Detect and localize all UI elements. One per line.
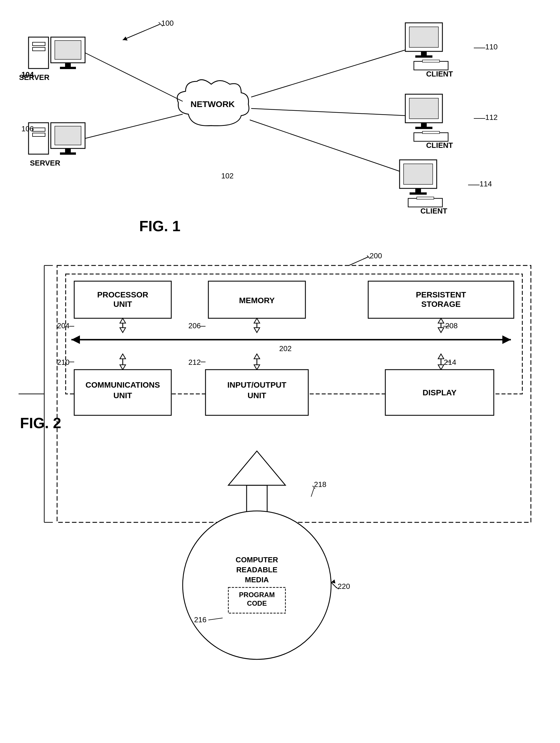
svg-rect-15 bbox=[33, 133, 45, 136]
svg-line-54 bbox=[251, 108, 405, 116]
svg-text:SERVER: SERVER bbox=[30, 159, 60, 167]
svg-rect-29 bbox=[422, 60, 439, 62]
svg-rect-47 bbox=[417, 197, 434, 199]
svg-rect-34 bbox=[409, 98, 438, 119]
svg-text:208: 208 bbox=[445, 321, 458, 330]
svg-text:200: 200 bbox=[370, 252, 382, 260]
svg-rect-9 bbox=[65, 63, 71, 67]
svg-text:READABLE: READABLE bbox=[236, 565, 277, 574]
svg-line-127 bbox=[331, 582, 337, 588]
svg-rect-25 bbox=[409, 27, 438, 47]
svg-text:FIG. 1: FIG. 1 bbox=[139, 218, 180, 234]
svg-text:112: 112 bbox=[485, 113, 498, 122]
svg-rect-28 bbox=[414, 61, 448, 70]
svg-text:NETWORK: NETWORK bbox=[191, 99, 235, 109]
svg-text:212: 212 bbox=[188, 358, 201, 366]
svg-text:110: 110 bbox=[485, 43, 498, 51]
svg-text:100: 100 bbox=[161, 19, 174, 28]
svg-text:204: 204 bbox=[57, 321, 69, 330]
svg-line-51 bbox=[85, 53, 183, 101]
svg-text:CODE: CODE bbox=[247, 600, 267, 607]
svg-text:CLIENT: CLIENT bbox=[426, 141, 453, 149]
svg-rect-5 bbox=[33, 42, 45, 46]
svg-rect-35 bbox=[421, 123, 427, 127]
svg-text:CLIENT: CLIENT bbox=[426, 70, 453, 78]
svg-text:PROCESSOR: PROCESSOR bbox=[97, 290, 148, 299]
svg-line-53 bbox=[251, 50, 405, 97]
svg-text:218: 218 bbox=[314, 480, 326, 489]
svg-text:220: 220 bbox=[338, 582, 350, 591]
svg-rect-6 bbox=[33, 47, 45, 51]
svg-text:PERSISTENT: PERSISTENT bbox=[416, 290, 466, 299]
svg-text:COMMUNICATIONS: COMMUNICATIONS bbox=[86, 381, 160, 389]
svg-rect-18 bbox=[65, 148, 71, 152]
svg-text:MEDIA: MEDIA bbox=[245, 575, 269, 584]
svg-text:SERVER: SERVER bbox=[19, 73, 50, 82]
svg-text:INPUT/OUTPUT: INPUT/OUTPUT bbox=[227, 381, 287, 389]
svg-text:DISPLAY: DISPLAY bbox=[423, 388, 457, 397]
svg-text:206: 206 bbox=[188, 321, 201, 330]
svg-line-0 bbox=[123, 24, 160, 40]
svg-rect-14 bbox=[33, 128, 45, 131]
svg-rect-8 bbox=[55, 41, 81, 59]
svg-rect-4 bbox=[29, 37, 48, 69]
svg-text:114: 114 bbox=[479, 180, 492, 188]
svg-rect-38 bbox=[422, 131, 439, 134]
svg-line-52 bbox=[85, 114, 183, 138]
svg-line-55 bbox=[250, 120, 400, 171]
svg-rect-43 bbox=[403, 164, 433, 184]
svg-text:MEMORY: MEMORY bbox=[239, 296, 275, 305]
svg-rect-26 bbox=[421, 51, 427, 55]
svg-rect-46 bbox=[408, 199, 442, 207]
svg-text:210: 210 bbox=[57, 358, 69, 366]
svg-rect-37 bbox=[414, 133, 448, 141]
svg-text:216: 216 bbox=[194, 615, 206, 624]
svg-text:FIG. 2: FIG. 2 bbox=[20, 415, 61, 431]
svg-rect-44 bbox=[415, 188, 421, 192]
svg-rect-36 bbox=[415, 127, 432, 129]
svg-rect-10 bbox=[60, 67, 76, 69]
svg-text:202: 202 bbox=[279, 344, 291, 353]
svg-text:COMPUTER: COMPUTER bbox=[236, 556, 278, 564]
svg-text:PROGRAM: PROGRAM bbox=[239, 591, 274, 599]
svg-text:102: 102 bbox=[221, 172, 233, 180]
svg-text:CLIENT: CLIENT bbox=[421, 207, 447, 215]
svg-text:106: 106 bbox=[21, 125, 34, 133]
svg-rect-27 bbox=[415, 55, 432, 58]
svg-point-118 bbox=[183, 511, 331, 659]
svg-rect-45 bbox=[410, 192, 427, 195]
svg-text:UNIT: UNIT bbox=[113, 391, 132, 400]
svg-text:UNIT: UNIT bbox=[113, 300, 132, 309]
svg-rect-17 bbox=[55, 126, 81, 145]
svg-text:UNIT: UNIT bbox=[248, 391, 266, 400]
svg-text:STORAGE: STORAGE bbox=[421, 300, 461, 309]
svg-rect-19 bbox=[60, 152, 76, 155]
